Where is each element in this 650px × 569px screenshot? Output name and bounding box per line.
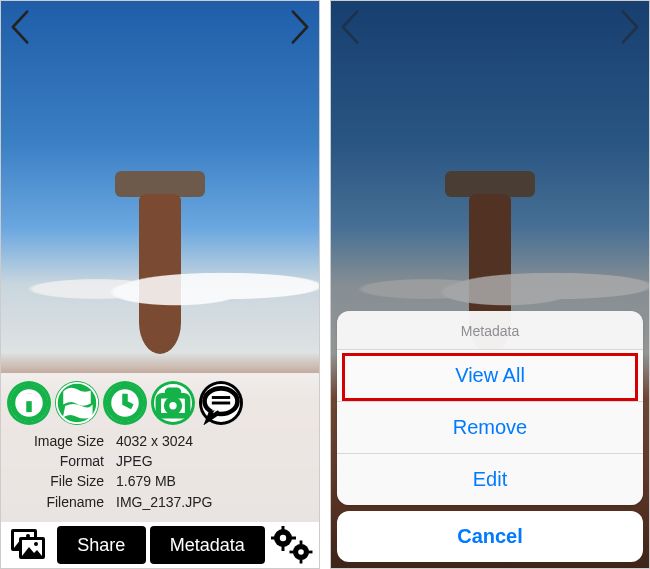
time-tab-icon[interactable] <box>103 381 147 425</box>
clouds-decoration <box>1 256 319 316</box>
comment-tab-icon[interactable] <box>199 381 243 425</box>
file-size-value: 1.679 MB <box>116 471 309 491</box>
metadata-table: Image Size 4032 x 3024 Format JPEG File … <box>1 429 319 518</box>
svg-rect-7 <box>168 390 179 396</box>
svg-rect-22 <box>282 546 285 551</box>
metadata-button[interactable]: Metadata <box>150 526 266 564</box>
svg-rect-30 <box>308 551 313 554</box>
remove-option[interactable]: Remove <box>337 402 643 454</box>
svg-rect-23 <box>271 537 275 540</box>
svg-point-26 <box>298 549 304 555</box>
svg-rect-21 <box>282 526 285 530</box>
action-sheet-container: Metadata View All Remove Edit Cancel <box>331 305 649 568</box>
info-tab-icon[interactable] <box>7 381 51 425</box>
table-row: Filename IMG_2137.JPG <box>11 492 309 512</box>
cancel-button[interactable]: Cancel <box>337 511 643 562</box>
next-photo-button[interactable] <box>283 7 317 47</box>
metadata-action-sheet: Metadata View All Remove Edit <box>337 311 643 505</box>
svg-rect-24 <box>291 537 296 540</box>
table-row: File Size 1.679 MB <box>11 471 309 491</box>
next-photo-button <box>613 7 647 47</box>
location-tab-icon[interactable] <box>55 381 99 425</box>
previous-photo-button[interactable] <box>3 7 37 47</box>
share-button[interactable]: Share <box>57 526 146 564</box>
svg-rect-29 <box>290 551 295 554</box>
metadata-panel: Image Size 4032 x 3024 Format JPEG File … <box>1 373 319 522</box>
file-size-label: File Size <box>11 471 116 491</box>
filename-label: Filename <box>11 492 116 512</box>
table-row: Format JPEG <box>11 451 309 471</box>
camera-tab-icon[interactable] <box>151 381 195 425</box>
table-row: Image Size 4032 x 3024 <box>11 431 309 451</box>
svg-point-6 <box>167 399 180 412</box>
format-value: JPEG <box>116 451 309 471</box>
previous-photo-button <box>333 7 367 47</box>
format-label: Format <box>11 451 116 471</box>
svg-point-18 <box>34 542 38 546</box>
metadata-tab-row <box>1 379 319 429</box>
edit-option[interactable]: Edit <box>337 454 643 505</box>
image-size-label: Image Size <box>11 431 116 451</box>
settings-button[interactable] <box>269 526 315 564</box>
image-size-value: 4032 x 3024 <box>116 431 309 451</box>
screen-action-sheet: Metadata View All Remove Edit Cancel <box>330 0 650 569</box>
gallery-button[interactable] <box>5 526 53 564</box>
svg-point-20 <box>280 535 286 541</box>
svg-rect-28 <box>300 559 303 564</box>
filename-value: IMG_2137.JPG <box>116 492 309 512</box>
svg-rect-27 <box>300 541 303 546</box>
screen-main: Image Size 4032 x 3024 Format JPEG File … <box>0 0 320 569</box>
view-all-option[interactable]: View All <box>337 350 643 402</box>
bottom-toolbar: Share Metadata <box>1 522 319 568</box>
action-sheet-title: Metadata <box>337 311 643 350</box>
